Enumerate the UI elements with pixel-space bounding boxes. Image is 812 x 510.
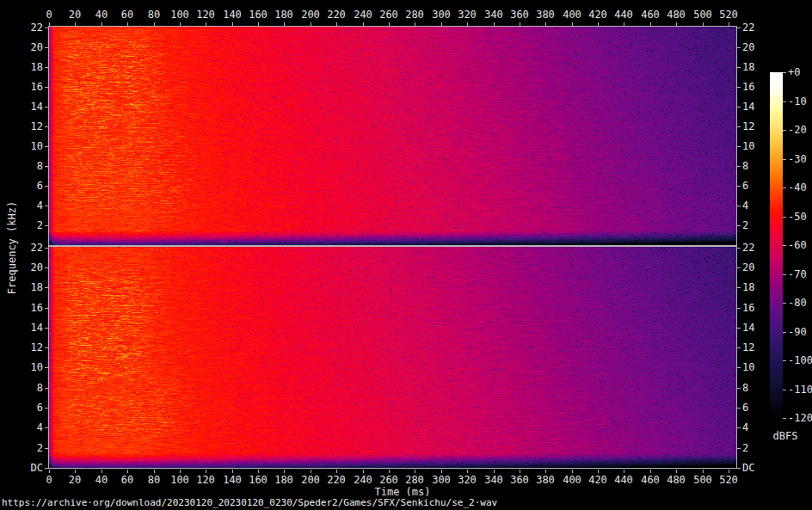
- y-tick-label-left: 6: [15, 402, 43, 414]
- y-tick-left: [45, 166, 48, 167]
- y-tick-label-right: 6: [742, 402, 770, 414]
- x-tick-top: [284, 22, 285, 26]
- x-tick-bottom: [598, 470, 599, 473]
- y-tick-label-right: 12: [742, 121, 770, 132]
- y-tick-right: [737, 468, 741, 469]
- y-tick-right: [737, 267, 741, 268]
- x-tick-bottom: [676, 470, 677, 473]
- x-axis-title: Time (ms): [317, 486, 489, 498]
- y-tick-label-right: 8: [742, 161, 770, 172]
- x-tick-top: [154, 22, 155, 26]
- y-tick-label-right: 10: [742, 141, 770, 152]
- y-tick-left: [45, 287, 48, 288]
- y-tick-label-right: 16: [742, 303, 770, 314]
- x-tick-top: [389, 22, 390, 26]
- y-tick-left: [45, 206, 48, 206]
- y-tick-right: [737, 388, 741, 389]
- x-tick-bottom: [127, 470, 128, 473]
- y-tick-left: [45, 408, 48, 409]
- colorbar-tick: [783, 72, 786, 73]
- y-tick-label-left: 12: [15, 121, 43, 132]
- y-tick-label-right: 20: [742, 42, 770, 53]
- y-tick-label-right: 16: [742, 82, 770, 93]
- y-tick-left: [45, 126, 48, 127]
- colorbar-tick: [783, 390, 786, 390]
- colorbar-tick: [783, 245, 786, 246]
- x-tick-top: [467, 22, 468, 26]
- y-tick-label-left: 8: [15, 383, 43, 394]
- x-tick-top: [624, 22, 624, 26]
- colorbar-tick-label: -100: [788, 355, 812, 366]
- x-tick-top: [206, 22, 206, 26]
- y-tick-label-right: 4: [742, 422, 770, 433]
- x-tick-bottom: [232, 470, 233, 473]
- y-tick-left: [45, 87, 48, 88]
- y-tick-right: [737, 328, 741, 329]
- y-tick-left: [45, 267, 48, 268]
- x-tick-top: [311, 22, 311, 26]
- colorbar-tick: [783, 303, 786, 304]
- x-tick-top: [703, 22, 704, 26]
- y-tick-left: [45, 146, 48, 147]
- y-tick-label-left: 10: [15, 141, 43, 152]
- y-tick-label-right: 8: [742, 383, 770, 394]
- colorbar-tick: [783, 274, 786, 275]
- y-tick-right: [737, 408, 741, 409]
- x-tick-bottom: [180, 470, 181, 473]
- x-tick-bottom: [415, 470, 415, 473]
- y-tick-label-right: 22: [742, 243, 770, 254]
- x-tick-bottom: [258, 470, 259, 473]
- colorbar-tick-label: -110: [788, 384, 812, 396]
- colorbar-tick-label: +0: [788, 67, 812, 78]
- y-tick-left: [45, 388, 48, 389]
- channel-separator: [49, 245, 736, 247]
- y-tick-right: [737, 67, 741, 68]
- y-tick-left: [45, 468, 48, 469]
- y-tick-label-left: 18: [15, 62, 43, 73]
- spectrogram-viewer: Frequency (kHz) Time (ms) dBFS https://a…: [0, 0, 812, 510]
- y-tick-label-right: 14: [742, 101, 770, 113]
- y-tick-label-right: 2: [742, 220, 770, 231]
- colorbar-tick-label: -60: [788, 240, 812, 251]
- colorbar-tick-label: -90: [788, 327, 812, 338]
- x-tick-bottom: [650, 470, 651, 473]
- y-tick-right: [737, 367, 741, 368]
- y-tick-right: [737, 126, 741, 127]
- x-tick-top: [520, 22, 520, 26]
- y-tick-right: [737, 308, 741, 309]
- y-tick-label-right: 12: [742, 342, 770, 353]
- x-tick-top: [441, 22, 442, 26]
- y-tick-left: [45, 248, 48, 249]
- colorbar-tick: [783, 159, 786, 160]
- y-tick-left: [45, 427, 48, 428]
- x-tick-bottom: [206, 470, 206, 473]
- x-tick-top: [127, 22, 128, 26]
- colorbar-tick: [783, 332, 786, 333]
- y-tick-label-left: 22: [15, 22, 43, 34]
- spectrogram-channel-1: [49, 27, 736, 245]
- y-tick-right: [737, 107, 741, 108]
- y-tick-left: [45, 328, 48, 329]
- y-tick-label-left: 18: [15, 282, 43, 293]
- y-tick-right: [737, 427, 741, 428]
- colorbar-tick-label: -80: [788, 298, 812, 309]
- y-tick-left: [45, 28, 48, 28]
- x-tick-top: [572, 22, 573, 26]
- y-tick-left: [45, 225, 48, 226]
- y-tick-left: [45, 347, 48, 348]
- y-tick-label-left: 2: [15, 443, 43, 454]
- colorbar-tick: [783, 217, 786, 218]
- colorbar-tick: [783, 418, 786, 419]
- y-tick-label-right: 4: [742, 200, 770, 212]
- y-tick-label-left: 6: [15, 181, 43, 192]
- x-tick-label-top: 520: [711, 9, 746, 21]
- x-tick-top: [75, 22, 76, 26]
- y-tick-label-left: 4: [15, 422, 43, 433]
- x-tick-bottom: [703, 470, 704, 473]
- x-tick-bottom: [336, 470, 337, 473]
- x-tick-top: [336, 22, 337, 26]
- y-tick-label-left: 16: [15, 82, 43, 93]
- y-tick-label-left: 14: [15, 323, 43, 334]
- y-tick-right: [737, 448, 741, 449]
- y-tick-label-right: 2: [742, 443, 770, 454]
